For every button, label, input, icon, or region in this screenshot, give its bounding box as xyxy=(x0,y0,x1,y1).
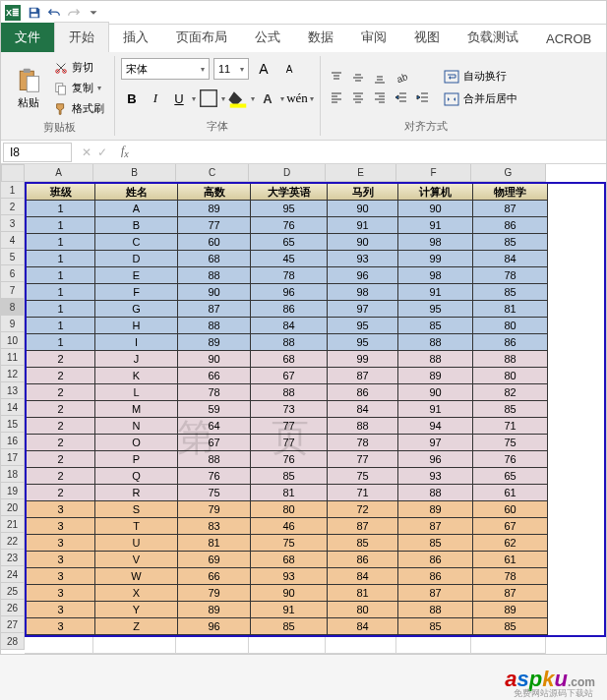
data-cell[interactable]: 83 xyxy=(178,518,251,535)
redo-icon[interactable] xyxy=(64,3,84,23)
data-cell[interactable]: 90 xyxy=(178,284,251,301)
row-header-10[interactable]: 10 xyxy=(1,332,25,349)
data-cell[interactable]: 76 xyxy=(251,217,328,234)
paste-button[interactable]: 粘贴 xyxy=(11,62,46,114)
data-cell[interactable]: 88 xyxy=(328,418,398,435)
data-cell[interactable]: F xyxy=(95,284,178,301)
header-cell[interactable]: 物理学 xyxy=(473,184,548,201)
data-cell[interactable]: 3 xyxy=(27,618,95,635)
data-cell[interactable]: D xyxy=(95,251,178,267)
row-header-28[interactable]: 28 xyxy=(1,633,25,650)
data-cell[interactable]: 80 xyxy=(473,368,548,384)
data-cell[interactable]: 87 xyxy=(473,201,548,217)
header-cell[interactable]: 大学英语 xyxy=(251,184,328,201)
align-center-button[interactable] xyxy=(348,88,368,106)
name-box[interactable] xyxy=(3,143,72,162)
tab-acrobat[interactable]: ACROB xyxy=(532,26,605,52)
data-cell[interactable]: 90 xyxy=(398,201,473,217)
data-cell[interactable]: R xyxy=(95,485,178,501)
empty-cell[interactable] xyxy=(176,637,249,654)
data-cell[interactable]: 86 xyxy=(473,334,548,351)
data-cell[interactable]: 3 xyxy=(27,552,95,568)
file-tab[interactable]: 文件 xyxy=(1,23,54,52)
data-cell[interactable]: 2 xyxy=(27,351,95,368)
header-cell[interactable]: 姓名 xyxy=(95,184,178,201)
data-cell[interactable]: 68 xyxy=(251,552,328,568)
data-cell[interactable]: 95 xyxy=(251,201,328,217)
data-cell[interactable]: 96 xyxy=(178,618,251,635)
data-cell[interactable]: 77 xyxy=(178,217,251,234)
grid[interactable]: ABCDEFG 班级姓名高数大学英语马列计算机物理学1A89959090871B… xyxy=(25,164,606,654)
data-cell[interactable]: 59 xyxy=(178,401,251,418)
row-header-20[interactable]: 20 xyxy=(1,499,25,516)
data-cell[interactable]: 75 xyxy=(473,435,548,451)
qat-customize-icon[interactable] xyxy=(84,3,103,23)
font-color-button[interactable]: A xyxy=(257,88,278,109)
row-header-4[interactable]: 4 xyxy=(1,232,25,249)
data-cell[interactable]: 95 xyxy=(398,301,473,318)
data-cell[interactable]: 76 xyxy=(473,451,548,468)
data-cell[interactable]: 61 xyxy=(473,485,548,501)
data-cell[interactable]: 98 xyxy=(328,284,398,301)
data-cell[interactable]: 77 xyxy=(328,451,398,468)
empty-cell[interactable] xyxy=(396,637,471,654)
data-cell[interactable]: X xyxy=(95,585,178,602)
data-cell[interactable]: 67 xyxy=(251,368,328,384)
data-cell[interactable]: 66 xyxy=(178,568,251,585)
data-cell[interactable]: 89 xyxy=(178,334,251,351)
row-header-21[interactable]: 21 xyxy=(1,516,25,533)
data-cell[interactable]: 1 xyxy=(27,251,95,267)
merge-center-button[interactable]: 合并后居中 xyxy=(437,88,524,109)
data-cell[interactable]: A xyxy=(95,201,178,217)
empty-cell[interactable] xyxy=(25,637,93,654)
border-button[interactable] xyxy=(198,88,219,109)
data-cell[interactable]: 85 xyxy=(473,234,548,251)
data-cell[interactable]: 97 xyxy=(398,435,473,451)
cancel-formula-icon[interactable]: ✕ xyxy=(82,146,91,159)
data-cell[interactable]: 88 xyxy=(473,351,548,368)
data-cell[interactable]: U xyxy=(95,535,178,552)
header-cell[interactable]: 马列 xyxy=(328,184,398,201)
data-cell[interactable]: 89 xyxy=(473,602,548,618)
data-cell[interactable]: 93 xyxy=(251,568,328,585)
formula-input[interactable] xyxy=(135,143,606,162)
data-cell[interactable]: 90 xyxy=(251,585,328,602)
row-header-26[interactable]: 26 xyxy=(1,600,25,616)
data-cell[interactable]: 91 xyxy=(398,217,473,234)
font-name-select[interactable]: 宋体▾ xyxy=(121,58,210,80)
align-bottom-button[interactable] xyxy=(370,69,390,87)
data-cell[interactable]: 2 xyxy=(27,468,95,485)
data-cell[interactable]: 87 xyxy=(328,368,398,384)
data-cell[interactable]: K xyxy=(95,368,178,384)
empty-cell[interactable] xyxy=(249,637,326,654)
data-cell[interactable]: 85 xyxy=(398,318,473,334)
underline-button[interactable]: U xyxy=(168,88,190,109)
col-header-B[interactable]: B xyxy=(93,164,176,182)
increase-font-button[interactable]: A xyxy=(253,58,274,80)
data-cell[interactable]: 84 xyxy=(473,251,548,267)
data-cell[interactable]: 1 xyxy=(27,301,95,318)
data-cell[interactable]: H xyxy=(95,318,178,334)
data-cell[interactable]: 89 xyxy=(178,602,251,618)
row-header-22[interactable]: 22 xyxy=(1,533,25,550)
fill-color-button[interactable] xyxy=(227,88,249,109)
data-cell[interactable]: Y xyxy=(95,602,178,618)
data-cell[interactable]: 75 xyxy=(178,485,251,501)
data-cell[interactable]: 60 xyxy=(178,234,251,251)
data-cell[interactable]: L xyxy=(95,384,178,401)
data-cell[interactable]: 77 xyxy=(251,435,328,451)
data-cell[interactable]: 87 xyxy=(398,518,473,535)
data-cell[interactable]: 91 xyxy=(398,401,473,418)
data-cell[interactable]: 85 xyxy=(398,618,473,635)
data-cell[interactable]: 80 xyxy=(473,318,548,334)
data-cell[interactable]: 1 xyxy=(27,267,95,284)
data-cell[interactable]: 90 xyxy=(398,384,473,401)
data-cell[interactable]: 86 xyxy=(251,301,328,318)
row-header-18[interactable]: 18 xyxy=(1,466,25,483)
data-cell[interactable]: 78 xyxy=(251,267,328,284)
data-cell[interactable]: 90 xyxy=(328,234,398,251)
data-cell[interactable]: 86 xyxy=(328,552,398,568)
row-header-13[interactable]: 13 xyxy=(1,382,25,399)
row-header-15[interactable]: 15 xyxy=(1,416,25,433)
tab-view[interactable]: 视图 xyxy=(400,23,454,52)
